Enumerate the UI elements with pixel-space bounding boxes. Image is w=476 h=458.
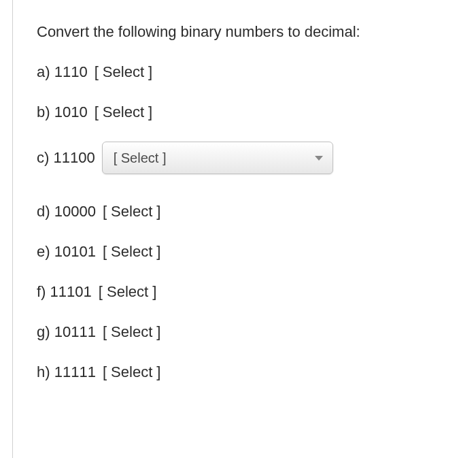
select-placeholder[interactable]: [ Select ] (103, 242, 161, 263)
question-letter: a) (37, 63, 50, 80)
question-letter: h) (37, 363, 50, 380)
question-content: Convert the following binary numbers to … (0, 0, 476, 423)
question-row-b: b) 1010 [ Select ] (37, 102, 449, 123)
question-letter: f) (37, 283, 46, 300)
question-row-a: a) 1110 [ Select ] (37, 62, 449, 83)
question-label: e) 10101 (37, 242, 96, 263)
question-value: 1110 (54, 63, 88, 80)
select-placeholder[interactable]: [ Select ] (103, 362, 161, 383)
select-placeholder[interactable]: [ Select ] (99, 282, 157, 303)
select-placeholder[interactable]: [ Select ] (95, 62, 153, 83)
question-letter: c) (37, 149, 49, 166)
question-label: d) 10000 (37, 201, 96, 223)
question-row-h: h) 11111 [ Select ] (37, 362, 449, 383)
question-letter: e) (37, 243, 50, 260)
question-letter: d) (37, 203, 50, 220)
question-label: c) 11100 (37, 148, 95, 169)
question-row-g: g) 10111 [ Select ] (37, 322, 449, 343)
select-dropdown-text: [ Select ] (114, 148, 167, 167)
question-row-e: e) 10101 [ Select ] (37, 242, 449, 263)
question-value: 10101 (54, 243, 96, 260)
question-letter: g) (37, 323, 50, 340)
question-row-c: c) 11100 [ Select ] (37, 142, 449, 174)
question-value: 11111 (54, 363, 96, 380)
question-label: g) 10111 (37, 322, 96, 343)
question-prompt: Convert the following binary numbers to … (37, 22, 449, 43)
chevron-down-icon (315, 156, 323, 161)
select-dropdown[interactable]: [ Select ] (102, 142, 333, 174)
question-value: 10111 (54, 323, 96, 340)
question-letter: b) (37, 103, 50, 120)
question-value: 11100 (53, 149, 95, 166)
vertical-divider (12, 0, 13, 458)
select-placeholder[interactable]: [ Select ] (103, 201, 161, 223)
question-label: a) 1110 (37, 62, 88, 83)
question-label: b) 1010 (37, 102, 88, 123)
question-value: 10000 (54, 203, 96, 220)
question-row-d: d) 10000 [ Select ] (37, 201, 449, 223)
question-label: f) 11101 (37, 282, 92, 303)
question-label: h) 11111 (37, 362, 96, 383)
question-value: 11101 (50, 283, 92, 300)
question-value: 1010 (54, 103, 88, 120)
select-placeholder[interactable]: [ Select ] (95, 102, 153, 123)
select-placeholder[interactable]: [ Select ] (103, 322, 161, 343)
question-row-f: f) 11101 [ Select ] (37, 282, 449, 303)
